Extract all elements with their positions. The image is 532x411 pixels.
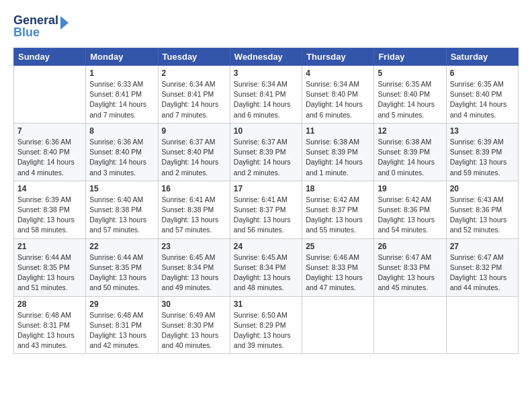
calendar-cell: 2Sunrise: 6:34 AMSunset: 8:41 PMDaylight… bbox=[158, 66, 230, 124]
calendar-header-row: SundayMondayTuesdayWednesdayThursdayFrid… bbox=[14, 48, 519, 66]
cell-info: Sunrise: 6:35 AMSunset: 8:40 PMDaylight:… bbox=[450, 79, 515, 120]
day-number: 12 bbox=[378, 126, 442, 136]
svg-text:General: General bbox=[13, 13, 58, 27]
cell-info: Sunrise: 6:44 AMSunset: 8:35 PMDaylight:… bbox=[17, 253, 82, 293]
calendar-week-row: 14Sunrise: 6:39 AMSunset: 8:38 PMDayligh… bbox=[14, 181, 519, 238]
cell-info: Sunrise: 6:38 AMSunset: 8:39 PMDaylight:… bbox=[306, 137, 370, 178]
cell-info: Sunrise: 6:33 AMSunset: 8:41 PMDaylight:… bbox=[89, 79, 154, 120]
calendar-cell: 7Sunrise: 6:36 AMSunset: 8:40 PMDaylight… bbox=[14, 123, 86, 181]
cell-info: Sunrise: 6:39 AMSunset: 8:39 PMDaylight:… bbox=[450, 137, 515, 178]
calendar-cell: 20Sunrise: 6:43 AMSunset: 8:36 PMDayligh… bbox=[446, 181, 518, 238]
cell-info: Sunrise: 6:47 AMSunset: 8:33 PMDaylight:… bbox=[378, 253, 442, 293]
cell-info: Sunrise: 6:48 AMSunset: 8:31 PMDaylight:… bbox=[17, 310, 82, 351]
day-number: 26 bbox=[378, 242, 442, 251]
cell-info: Sunrise: 6:37 AMSunset: 8:40 PMDaylight:… bbox=[162, 137, 226, 178]
cell-info: Sunrise: 6:45 AMSunset: 8:34 PMDaylight:… bbox=[234, 253, 298, 293]
calendar-week-row: 28Sunrise: 6:48 AMSunset: 8:31 PMDayligh… bbox=[14, 296, 519, 354]
calendar-cell: 23Sunrise: 6:45 AMSunset: 8:34 PMDayligh… bbox=[158, 238, 230, 296]
cell-info: Sunrise: 6:37 AMSunset: 8:39 PMDaylight:… bbox=[234, 137, 298, 178]
cell-info: Sunrise: 6:41 AMSunset: 8:37 PMDaylight:… bbox=[234, 195, 298, 236]
calendar-cell: 21Sunrise: 6:44 AMSunset: 8:35 PMDayligh… bbox=[14, 238, 86, 296]
svg-text:Blue: Blue bbox=[13, 26, 40, 39]
cell-info: Sunrise: 6:35 AMSunset: 8:40 PMDaylight:… bbox=[378, 79, 442, 120]
col-header-monday: Monday bbox=[86, 48, 158, 66]
calendar-week-row: 7Sunrise: 6:36 AMSunset: 8:40 PMDaylight… bbox=[14, 123, 519, 181]
cell-info: Sunrise: 6:40 AMSunset: 8:38 PMDaylight:… bbox=[89, 195, 154, 236]
cell-info: Sunrise: 6:36 AMSunset: 8:40 PMDaylight:… bbox=[17, 137, 82, 178]
general-blue-logo: GeneralBlue bbox=[13, 11, 74, 41]
day-number: 11 bbox=[306, 126, 370, 136]
day-number: 22 bbox=[89, 242, 154, 251]
calendar-cell: 22Sunrise: 6:44 AMSunset: 8:35 PMDayligh… bbox=[86, 238, 158, 296]
calendar-cell: 15Sunrise: 6:40 AMSunset: 8:38 PMDayligh… bbox=[86, 181, 158, 238]
col-header-saturday: Saturday bbox=[446, 48, 518, 66]
calendar-week-row: 21Sunrise: 6:44 AMSunset: 8:35 PMDayligh… bbox=[14, 238, 519, 296]
day-number: 8 bbox=[89, 126, 154, 136]
cell-info: Sunrise: 6:39 AMSunset: 8:38 PMDaylight:… bbox=[17, 195, 82, 236]
svg-marker-2 bbox=[60, 16, 69, 30]
cell-info: Sunrise: 6:48 AMSunset: 8:31 PMDaylight:… bbox=[89, 310, 154, 351]
logo: GeneralBlue bbox=[13, 11, 74, 41]
day-number: 1 bbox=[89, 68, 154, 78]
calendar-cell: 9Sunrise: 6:37 AMSunset: 8:40 PMDaylight… bbox=[158, 123, 230, 181]
calendar-cell: 10Sunrise: 6:37 AMSunset: 8:39 PMDayligh… bbox=[230, 123, 302, 181]
calendar-cell: 3Sunrise: 6:34 AMSunset: 8:41 PMDaylight… bbox=[230, 66, 302, 124]
day-number: 7 bbox=[17, 126, 82, 136]
cell-info: Sunrise: 6:47 AMSunset: 8:32 PMDaylight:… bbox=[450, 253, 515, 293]
calendar-week-row: 1Sunrise: 6:33 AMSunset: 8:41 PMDaylight… bbox=[14, 66, 519, 124]
col-header-wednesday: Wednesday bbox=[230, 48, 302, 66]
cell-info: Sunrise: 6:46 AMSunset: 8:33 PMDaylight:… bbox=[306, 253, 370, 293]
calendar-cell: 5Sunrise: 6:35 AMSunset: 8:40 PMDaylight… bbox=[374, 66, 446, 124]
cell-info: Sunrise: 6:41 AMSunset: 8:38 PMDaylight:… bbox=[162, 195, 226, 236]
day-number: 30 bbox=[162, 300, 226, 309]
calendar-cell: 16Sunrise: 6:41 AMSunset: 8:38 PMDayligh… bbox=[158, 181, 230, 238]
calendar-cell bbox=[374, 296, 446, 354]
calendar-cell: 18Sunrise: 6:42 AMSunset: 8:37 PMDayligh… bbox=[302, 181, 374, 238]
calendar-cell: 13Sunrise: 6:39 AMSunset: 8:39 PMDayligh… bbox=[446, 123, 518, 181]
cell-info: Sunrise: 6:34 AMSunset: 8:41 PMDaylight:… bbox=[234, 79, 298, 120]
cell-info: Sunrise: 6:50 AMSunset: 8:29 PMDaylight:… bbox=[234, 310, 298, 351]
day-number: 6 bbox=[450, 68, 515, 78]
cell-info: Sunrise: 6:44 AMSunset: 8:35 PMDaylight:… bbox=[89, 253, 154, 293]
calendar-cell: 24Sunrise: 6:45 AMSunset: 8:34 PMDayligh… bbox=[230, 238, 302, 296]
cell-info: Sunrise: 6:34 AMSunset: 8:41 PMDaylight:… bbox=[162, 79, 226, 120]
calendar-cell: 30Sunrise: 6:49 AMSunset: 8:30 PMDayligh… bbox=[158, 296, 230, 354]
calendar-cell: 8Sunrise: 6:36 AMSunset: 8:40 PMDaylight… bbox=[86, 123, 158, 181]
calendar-cell bbox=[302, 296, 374, 354]
cell-info: Sunrise: 6:43 AMSunset: 8:36 PMDaylight:… bbox=[450, 195, 515, 236]
calendar-cell: 19Sunrise: 6:42 AMSunset: 8:36 PMDayligh… bbox=[374, 181, 446, 238]
day-number: 23 bbox=[162, 242, 226, 251]
day-number: 10 bbox=[234, 126, 298, 136]
calendar-cell: 14Sunrise: 6:39 AMSunset: 8:38 PMDayligh… bbox=[14, 181, 86, 238]
calendar-cell: 29Sunrise: 6:48 AMSunset: 8:31 PMDayligh… bbox=[86, 296, 158, 354]
day-number: 14 bbox=[17, 184, 82, 193]
calendar-cell: 6Sunrise: 6:35 AMSunset: 8:40 PMDaylight… bbox=[446, 66, 518, 124]
day-number: 19 bbox=[378, 184, 442, 193]
calendar-cell: 12Sunrise: 6:38 AMSunset: 8:39 PMDayligh… bbox=[374, 123, 446, 181]
day-number: 15 bbox=[89, 184, 154, 193]
day-number: 4 bbox=[306, 68, 370, 78]
day-number: 27 bbox=[450, 242, 515, 251]
day-number: 17 bbox=[234, 184, 298, 193]
day-number: 21 bbox=[17, 242, 82, 251]
day-number: 20 bbox=[450, 184, 515, 193]
calendar-cell: 31Sunrise: 6:50 AMSunset: 8:29 PMDayligh… bbox=[230, 296, 302, 354]
cell-info: Sunrise: 6:38 AMSunset: 8:39 PMDaylight:… bbox=[378, 137, 442, 178]
day-number: 25 bbox=[306, 242, 370, 251]
day-number: 9 bbox=[162, 126, 226, 136]
day-number: 13 bbox=[450, 126, 515, 136]
day-number: 3 bbox=[234, 68, 298, 78]
col-header-thursday: Thursday bbox=[302, 48, 374, 66]
day-number: 29 bbox=[89, 300, 154, 309]
cell-info: Sunrise: 6:49 AMSunset: 8:30 PMDaylight:… bbox=[162, 310, 226, 351]
cell-info: Sunrise: 6:36 AMSunset: 8:40 PMDaylight:… bbox=[89, 137, 154, 178]
calendar-cell: 1Sunrise: 6:33 AMSunset: 8:41 PMDaylight… bbox=[86, 66, 158, 124]
cell-info: Sunrise: 6:34 AMSunset: 8:40 PMDaylight:… bbox=[306, 79, 370, 120]
calendar-cell: 17Sunrise: 6:41 AMSunset: 8:37 PMDayligh… bbox=[230, 181, 302, 238]
day-number: 31 bbox=[234, 300, 298, 309]
col-header-sunday: Sunday bbox=[14, 48, 86, 66]
calendar-cell: 4Sunrise: 6:34 AMSunset: 8:40 PMDaylight… bbox=[302, 66, 374, 124]
page-header: GeneralBlue bbox=[13, 11, 519, 41]
day-number: 5 bbox=[378, 68, 442, 78]
cell-info: Sunrise: 6:45 AMSunset: 8:34 PMDaylight:… bbox=[162, 253, 226, 293]
